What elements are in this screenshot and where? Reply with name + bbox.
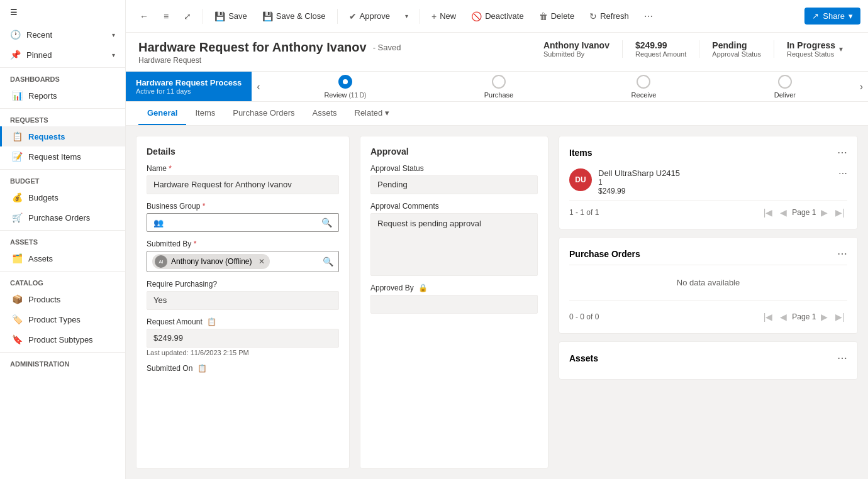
tab-items[interactable]: Items <box>186 102 224 125</box>
copy-icon: 📋 <box>198 364 207 373</box>
item-more-button[interactable]: ⋯ <box>838 168 847 179</box>
next-page-button[interactable]: ▶ <box>818 311 830 323</box>
copy-icon: 📋 <box>207 317 216 326</box>
assets-section-label: Assets <box>0 233 125 248</box>
sidebar-item-product-types[interactable]: 🏷️ Product Types <box>0 309 125 329</box>
expand-button[interactable]: ⤢ <box>177 8 198 25</box>
process-step-receive[interactable]: Receive <box>632 75 657 99</box>
chevron-down-icon: ▾ <box>112 52 115 58</box>
prev-page-button[interactable]: ◀ <box>777 311 789 323</box>
pagination-count: 0 - 0 of 0 <box>569 312 599 321</box>
assets-icon: 🗂️ <box>12 253 22 263</box>
refresh-label: Refresh <box>600 11 629 21</box>
lookup-icon: 🔍 <box>323 256 333 267</box>
sidebar-item-reports[interactable]: 📊 Reports <box>0 85 125 106</box>
name-field-value: Hardware Request for Anthony Ivanov <box>147 175 339 194</box>
share-button[interactable]: ↗ Share ▾ <box>804 8 860 25</box>
request-amount-label: Request Amount 📋 <box>147 317 339 326</box>
submitted-by-label: Submitted By <box>543 50 609 58</box>
approval-title: Approval <box>370 146 538 157</box>
share-dropdown-icon: ▾ <box>849 11 853 21</box>
sidebar-item-recent[interactable]: 🕐 Recent ▾ <box>0 25 125 45</box>
tab-general[interactable]: General <box>138 102 186 125</box>
dashboards-section-label: Dashboards <box>0 70 125 85</box>
chevron-right-icon: › <box>860 81 863 92</box>
separator <box>203 9 203 24</box>
sidebar-item-assets[interactable]: 🗂️ Assets <box>0 248 125 268</box>
last-page-button[interactable]: ▶| <box>833 206 847 219</box>
tab-purchase-orders[interactable]: Purchase Orders <box>224 102 303 125</box>
assets-card: Assets ⋯ <box>559 341 858 380</box>
items-header: Items ⋯ <box>569 146 847 158</box>
submitted-by-value: Anthony Ivanov <box>543 40 609 50</box>
process-step-review[interactable]: Review (11 D) <box>324 75 366 99</box>
save-close-button[interactable]: 💾 Save & Close <box>256 8 332 25</box>
tab-assets[interactable]: Assets <box>303 102 345 125</box>
chevron-down-icon[interactable]: ▾ <box>839 45 843 53</box>
separator <box>337 9 338 24</box>
submitted-by-field: AI Anthony Ivanov (Offline) ✕ 🔍 <box>147 251 339 272</box>
process-prev-button[interactable]: ‹ <box>252 72 265 101</box>
divider <box>0 67 125 68</box>
remove-person-button[interactable]: ✕ <box>259 257 265 266</box>
approved-by-label: Approved By 🔒 <box>370 284 538 292</box>
sidebar-item-label: Recent <box>26 30 52 40</box>
new-button[interactable]: + New <box>425 8 462 25</box>
process-next-button[interactable]: › <box>855 72 868 101</box>
tab-related[interactable]: Related ▾ <box>346 102 399 125</box>
prev-page-button[interactable]: ◀ <box>777 206 789 219</box>
approve-dropdown-button[interactable]: ▾ <box>399 9 415 23</box>
sidebar-item-requests[interactable]: 📋 Requests <box>0 126 125 146</box>
refresh-button[interactable]: ↻ Refresh <box>583 8 635 25</box>
main-content: ← ≡ ⤢ 💾 Save 💾 Save & Close ✔ Approve ▾ … <box>126 0 868 479</box>
require-purchasing-label: Require Purchasing? <box>147 280 339 289</box>
sidebar-item-label: Budgets <box>28 193 58 202</box>
first-page-button[interactable]: |◀ <box>761 311 776 323</box>
name-field-label: Name * <box>147 164 339 173</box>
sidebar-item-request-items[interactable]: 📝 Request Items <box>0 146 125 167</box>
back-button[interactable]: ← <box>133 8 155 25</box>
record-saved-badge: - Saved <box>373 43 401 52</box>
delete-button[interactable]: 🗑 Delete <box>533 8 581 25</box>
last-page-button[interactable]: ▶| <box>833 311 847 323</box>
hamburger-button[interactable]: ☰ <box>0 0 125 25</box>
sidebar-item-label: Purchase Orders <box>28 213 90 223</box>
process-step-purchase[interactable]: Purchase <box>484 75 513 99</box>
deactivate-button[interactable]: 🚫 Deactivate <box>465 8 530 25</box>
refresh-icon: ↻ <box>589 11 597 21</box>
sidebar-item-purchase-orders[interactable]: 🛒 Purchase Orders <box>0 207 125 228</box>
sidebar-item-budgets[interactable]: 💰 Budgets <box>0 187 125 207</box>
approve-button[interactable]: ✔ Approve <box>343 8 396 25</box>
assets-more-button[interactable]: ⋯ <box>837 352 847 364</box>
request-amount-value: $249.99 <box>147 329 339 348</box>
approve-label: Approve <box>360 11 390 21</box>
business-group-field[interactable]: 👥 🔍 <box>147 213 339 232</box>
page-label: Page 1 <box>792 312 816 321</box>
deactivate-label: Deactivate <box>485 11 523 21</box>
sidebar-item-label: Requests <box>28 132 65 141</box>
purchase-orders-pagination: 0 - 0 of 0 |◀ ◀ Page 1 ▶ ▶| <box>569 306 847 323</box>
next-page-button[interactable]: ▶ <box>818 206 830 219</box>
step-label-review: Review (11 D) <box>324 91 366 99</box>
more-button[interactable]: ⋯ <box>638 8 659 25</box>
products-icon: 📦 <box>12 294 22 304</box>
submitted-by-field-label: Submitted By * <box>147 239 339 248</box>
items-more-button[interactable]: ⋯ <box>837 146 847 158</box>
sidebar-item-pinned[interactable]: 📌 Pinned ▾ <box>0 45 125 65</box>
reports-icon: 📊 <box>12 91 22 101</box>
items-card: Items ⋯ DU Dell UltraSharp U2415 1 $249.… <box>559 136 858 229</box>
request-status-meta: In Progress Request Status ▾ <box>774 40 855 58</box>
business-group-icon: 👥 <box>153 218 164 228</box>
purchase-orders-more-button[interactable]: ⋯ <box>837 248 847 260</box>
request-items-icon: 📝 <box>12 151 22 162</box>
items-title: Items <box>569 148 593 158</box>
save-button[interactable]: 💾 Save <box>208 8 253 25</box>
requests-section-label: Requests <box>0 111 125 126</box>
sidebar-item-product-subtypes[interactable]: 🔖 Product Subtypes <box>0 329 125 350</box>
first-page-button[interactable]: |◀ <box>761 206 776 219</box>
details-title: Details <box>147 146 339 157</box>
list-view-button[interactable]: ≡ <box>157 8 175 25</box>
chevron-down-icon: ▾ <box>405 13 408 19</box>
process-step-deliver[interactable]: Deliver <box>774 75 796 99</box>
sidebar-item-products[interactable]: 📦 Products <box>0 289 125 309</box>
